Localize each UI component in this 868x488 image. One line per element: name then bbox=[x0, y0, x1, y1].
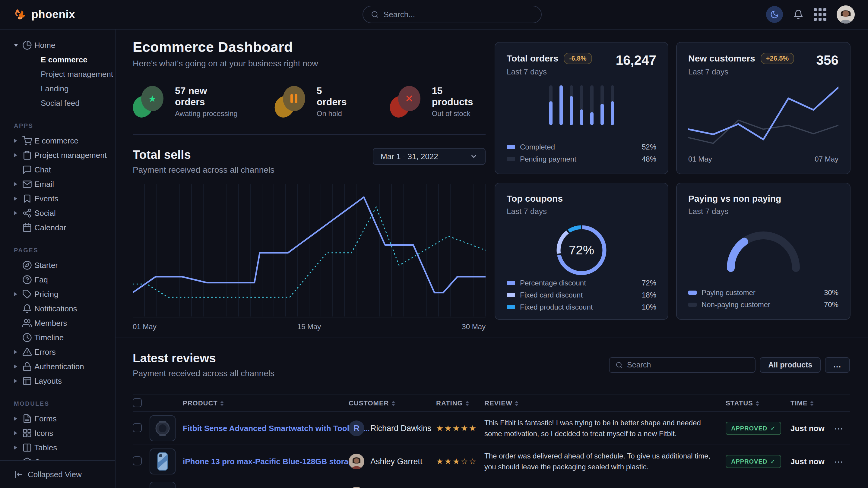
sidebar-subitem-e-commerce[interactable]: E commerce bbox=[0, 53, 115, 67]
clock-icon bbox=[22, 333, 32, 343]
sidebar-item-starter[interactable]: Starter bbox=[0, 258, 115, 272]
top-coupons-card: Top coupons Last 7 days 72% Percentage d… bbox=[495, 183, 668, 320]
reviews-search-input[interactable] bbox=[627, 360, 749, 369]
collapse-view-button[interactable]: Collapsed View bbox=[0, 460, 115, 488]
stat-sublabel: Out of stock bbox=[432, 109, 486, 118]
global-search[interactable] bbox=[363, 6, 542, 23]
sidebar-item-faq[interactable]: Faq bbox=[0, 272, 115, 287]
legend-swatch bbox=[688, 303, 697, 307]
sidebar-item-social[interactable]: Social bbox=[0, 206, 115, 220]
x-icon: ✕ bbox=[405, 93, 413, 105]
sidebar-item-layouts[interactable]: Layouts bbox=[0, 374, 115, 388]
sidebar-item-forms[interactable]: Forms bbox=[0, 412, 115, 426]
reviews-more-button[interactable]: ... bbox=[825, 357, 850, 373]
sidebar-item-tables[interactable]: Tables bbox=[0, 441, 115, 455]
global-search-input[interactable] bbox=[384, 10, 533, 19]
product-thumbnail[interactable] bbox=[150, 482, 176, 488]
legend-value: 18% bbox=[642, 291, 656, 299]
sidebar-item-label: Events bbox=[34, 194, 59, 203]
sidebar-item-components[interactable]: Components bbox=[0, 455, 115, 460]
sort-icon bbox=[755, 401, 759, 406]
row-checkbox[interactable] bbox=[133, 423, 142, 432]
product-image-watch bbox=[152, 418, 173, 439]
all-products-button[interactable]: All products bbox=[760, 357, 820, 373]
paying-gauge-svg bbox=[721, 226, 806, 272]
sidebar-item-calendar[interactable]: Calendar bbox=[0, 220, 115, 235]
check-icon: ✓ bbox=[770, 425, 776, 432]
x-label-start: 01 May bbox=[133, 323, 157, 331]
column-header-review[interactable]: REVIEW bbox=[484, 399, 726, 407]
sidebar-item-home[interactable]: Home bbox=[0, 38, 115, 53]
sort-icon bbox=[220, 401, 224, 406]
apps-menu-button[interactable] bbox=[814, 8, 826, 21]
column-header-product[interactable]: PRODUCT bbox=[183, 399, 349, 407]
orders-bar-chart bbox=[549, 85, 614, 125]
sidebar-item-members[interactable]: Members bbox=[0, 316, 115, 330]
sidebar-item-label: Errors bbox=[34, 348, 56, 357]
product-link[interactable]: iPhone 13 pro max-Pacific Blue-128GB sto… bbox=[183, 457, 367, 466]
legend-item-non-paying-customer: Non-paying customer 70% bbox=[688, 300, 838, 309]
select-all-checkbox[interactable] bbox=[133, 398, 142, 407]
mail-icon bbox=[22, 180, 32, 189]
legend-label: Non-paying customer bbox=[702, 300, 770, 309]
product-thumbnail[interactable] bbox=[150, 415, 176, 441]
sidebar-item-label: Project management bbox=[34, 151, 107, 160]
sidebar-item-notifications[interactable]: Notifications bbox=[0, 301, 115, 316]
calendar-icon bbox=[22, 223, 32, 232]
stat-pause-blob-icon bbox=[275, 86, 306, 117]
row-checkbox[interactable] bbox=[133, 456, 142, 465]
sidebar-nav: HomeE commerceProject managementLandingS… bbox=[0, 30, 115, 460]
caret-right-icon bbox=[14, 292, 17, 296]
reviews-title: Latest reviews bbox=[133, 352, 275, 365]
sidebar-item-errors[interactable]: Errors bbox=[0, 345, 115, 359]
bell-icon bbox=[22, 304, 32, 314]
sidebar-item-authentication[interactable]: Authentication bbox=[0, 359, 115, 374]
stats-divider bbox=[133, 134, 486, 135]
column-header-rating[interactable]: RATING bbox=[436, 399, 484, 407]
sidebar-item-email[interactable]: Email bbox=[0, 177, 115, 191]
sidebar-subitem-landing[interactable]: Landing bbox=[0, 82, 115, 96]
notifications-button[interactable] bbox=[793, 9, 803, 20]
user-avatar[interactable] bbox=[837, 5, 855, 24]
phoenix-flame-icon bbox=[13, 7, 27, 22]
tag-icon bbox=[22, 289, 32, 299]
product-thumbnail[interactable] bbox=[150, 449, 176, 475]
review-row: iPhone 13 pro max-Pacific Blue-128GB sto… bbox=[133, 445, 850, 478]
sidebar-subitem-project-management[interactable]: Project management bbox=[0, 67, 115, 82]
caret-right-icon bbox=[14, 153, 17, 157]
caret-down-icon bbox=[14, 44, 18, 47]
stat-sublabel: On hold bbox=[317, 109, 354, 118]
sidebar-item-icons[interactable]: Icons bbox=[0, 426, 115, 441]
dark-mode-toggle[interactable] bbox=[766, 6, 783, 23]
sidebar-subitem-social-feed[interactable]: Social feed bbox=[0, 96, 115, 110]
caret-right-icon bbox=[14, 431, 17, 435]
row-menu-button[interactable]: ⋯ bbox=[834, 457, 844, 466]
layout-icon bbox=[22, 376, 32, 386]
row-menu-button[interactable]: ⋯ bbox=[834, 423, 844, 433]
total-sells-subtitle: Payment received across all channels bbox=[133, 165, 275, 175]
sidebar-item-events[interactable]: Events bbox=[0, 191, 115, 206]
sidebar-item-pricing[interactable]: Pricing bbox=[0, 287, 115, 301]
sidebar-item-chat[interactable]: Chat bbox=[0, 162, 115, 177]
customer-avatar-photo bbox=[349, 487, 364, 488]
order-bar bbox=[600, 85, 604, 125]
legend-swatch bbox=[507, 305, 515, 309]
column-header-status[interactable]: STATUS bbox=[726, 399, 790, 407]
help-icon bbox=[22, 275, 32, 285]
total-sells-svg bbox=[133, 182, 486, 318]
sidebar-item-project-management[interactable]: Project management bbox=[0, 148, 115, 162]
collapse-left-icon bbox=[14, 470, 23, 479]
reviews-search[interactable] bbox=[609, 357, 755, 373]
date-range-select[interactable]: Mar 1 - 31, 2022 bbox=[373, 148, 486, 165]
sidebar-item-timeline[interactable]: Timeline bbox=[0, 330, 115, 345]
reviews-subtitle: Payment received across all channels bbox=[133, 369, 275, 378]
column-header-customer[interactable]: CUSTOMER bbox=[349, 399, 436, 407]
legend-item-pending-payment: Pending payment 48% bbox=[507, 155, 656, 163]
new-customers-chart bbox=[688, 82, 838, 150]
brand-logo[interactable]: phoenix bbox=[13, 7, 75, 22]
paying-legend: Paying customer 30% Non-paying customer … bbox=[688, 289, 838, 309]
chat-icon bbox=[22, 165, 32, 174]
sidebar-item-e-commerce[interactable]: E commerce bbox=[0, 133, 115, 148]
sort-icon bbox=[515, 401, 519, 406]
column-header-time[interactable]: TIME bbox=[790, 399, 834, 407]
